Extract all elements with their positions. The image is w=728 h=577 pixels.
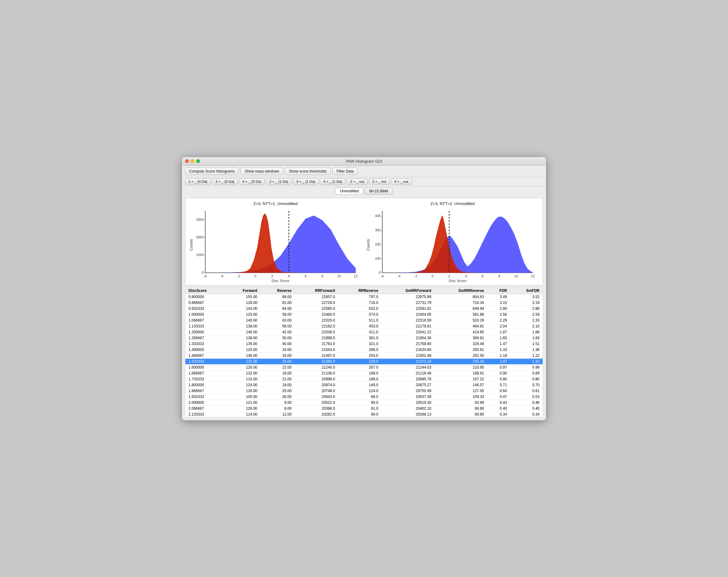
table-cell: 121.00: [226, 400, 261, 405]
table-cell: 1.36: [510, 347, 543, 353]
tab-2-1da[interactable]: 2 + _ {1 Da}: [266, 178, 292, 185]
table-cell: 2.59: [510, 311, 543, 317]
maximize-button[interactable]: [196, 159, 200, 163]
table-cell: 40.00: [260, 341, 295, 347]
table-row[interactable]: 1.733333110.0021.0020998.0168.020995.761…: [185, 376, 543, 382]
table-cell: 804.63: [434, 294, 487, 300]
table-cell: 69.80: [434, 411, 487, 417]
svg-text:0: 0: [379, 271, 381, 274]
svg-text:Disc Score: Disc Score: [449, 279, 466, 282]
table-cell: 1.000000: [185, 311, 226, 317]
table-row[interactable]: 0.800000155.0089.0022857.0797.022875.898…: [185, 294, 543, 300]
tab-4-out[interactable]: 4 + _ out: [391, 178, 412, 185]
table-cell: 21634.80: [381, 347, 434, 353]
show-score-thresholds-button[interactable]: Show score thresholds: [285, 168, 331, 175]
table-row[interactable]: 0.866667128.0081.0022729.0716.022731.797…: [185, 300, 543, 305]
close-button[interactable]: [185, 159, 189, 163]
compute-score-histograms-button[interactable]: Compute Score Histograms: [185, 168, 239, 175]
data-table: DiscScore Forward Reverse RRForward RRRe…: [185, 287, 543, 417]
tab-3-out[interactable]: 3 + _ out: [369, 178, 390, 185]
table-cell: 22036.0: [295, 329, 338, 335]
table-cell: 1.51: [510, 341, 543, 347]
col-header-smfdr: SmFDR: [510, 287, 543, 294]
table-cell: 21240.0: [295, 364, 338, 370]
table-row[interactable]: 1.400000120.0033.0021643.0288.021634.802…: [185, 347, 543, 353]
table-cell: 724.34: [434, 300, 487, 305]
table-cell: 19.00: [260, 382, 295, 388]
tab-3-1da[interactable]: 3 + _ {1 Da}: [293, 178, 318, 185]
mod-tab-m15[interactable]: M+15.9949: [365, 188, 392, 194]
table-row[interactable]: 1.533333131.0025.0021366.0229.021372.162…: [185, 358, 543, 364]
chart-ntt1: Z=3, NTT=1, Unmodified Counts 0 1000 200…: [188, 201, 362, 282]
tab-4-1da[interactable]: 4 + _ {1 Da}: [320, 178, 345, 185]
table-cell: 188.61: [434, 370, 487, 376]
table-row[interactable]: 1.266667138.0050.0021898.0361.021904.363…: [185, 335, 543, 341]
table-row[interactable]: 1.800000124.0019.0020874.0149.020875.271…: [185, 382, 543, 388]
tab-4-0da[interactable]: 4 + _ {0 Da}: [239, 178, 265, 185]
table-row[interactable]: 1.933333105.0026.0020643.098.020637.3910…: [185, 394, 543, 400]
table-cell: 20396.0: [295, 405, 338, 411]
table-cell: 18.00: [260, 370, 295, 376]
table-cell: 21904.36: [381, 335, 434, 341]
table-cell: 288.0: [338, 347, 381, 353]
table-cell: 0.34: [487, 411, 510, 417]
svg-text:Disc Score: Disc Score: [272, 279, 289, 282]
data-table-container[interactable]: DiscScore Forward Reverse RRForward RRRe…: [185, 287, 543, 417]
table-cell: 2.066667: [185, 405, 226, 411]
table-row[interactable]: 2.066667126.008.0020396.081.020402.1080.…: [185, 405, 543, 411]
table-row[interactable]: 1.466667146.0034.0021497.0254.021502.482…: [185, 353, 543, 358]
table-cell: 0.40: [487, 405, 510, 411]
tab-2-0da[interactable]: 2 + _ {0 Da}: [185, 178, 211, 185]
table-cell: 2.33: [510, 317, 543, 323]
table-cell: 0.46: [510, 400, 543, 405]
svg-marker-50: [409, 215, 476, 273]
table-row[interactable]: 1.066667140.0063.0022320.0511.022316.595…: [185, 317, 543, 323]
table-cell: 22460.0: [295, 311, 338, 317]
show-mass-windows-button[interactable]: Show mass windows: [240, 168, 283, 175]
svg-text:8: 8: [498, 275, 500, 278]
table-cell: 8.00: [260, 405, 295, 411]
table-cell: 140.00: [226, 317, 261, 323]
table-cell: 132.00: [226, 370, 261, 376]
table-cell: 58.00: [260, 323, 295, 329]
col-header-rrforward: RRForward: [295, 287, 338, 294]
table-row[interactable]: 1.866667126.0025.0020748.0124.020755.991…: [185, 388, 543, 394]
table-row[interactable]: 1.200000146.0042.0022036.0411.022041.224…: [185, 329, 543, 335]
table-cell: 20874.0: [295, 382, 338, 388]
table-row[interactable]: 1.133333138.0058.0022182.0453.022178.814…: [185, 323, 543, 329]
tab-3-0da[interactable]: 3 + _ {0 Da}: [212, 178, 238, 185]
table-cell: 21898.0: [295, 335, 338, 341]
table-row[interactable]: 2.133333114.0012.0020282.069.020286.1369…: [185, 411, 543, 417]
table-cell: 20522.0: [295, 400, 338, 405]
table-cell: 127.05: [434, 388, 487, 394]
table-cell: 105.00: [226, 394, 261, 400]
table-cell: 146.00: [226, 353, 261, 358]
table-row[interactable]: 1.600000126.0022.0021240.0207.021244.032…: [185, 364, 543, 370]
col-header-discscore: DiscScore: [185, 287, 226, 294]
table-row[interactable]: 1.333333135.0040.0021763.0321.021768.803…: [185, 341, 543, 347]
table-cell: 63.00: [260, 317, 295, 323]
table-cell: 124.00: [226, 382, 261, 388]
table-row[interactable]: 1.000000125.0058.0022460.0574.022454.055…: [185, 311, 543, 317]
table-cell: 22.00: [260, 364, 295, 370]
table-row[interactable]: 1.666667132.0018.0021108.0189.021118.461…: [185, 370, 543, 376]
tab-2-out[interactable]: 2 + _ out: [347, 178, 367, 185]
svg-text:2: 2: [271, 275, 273, 278]
chart-ntt2-title: Z=3, NTT=2, Unmodified: [366, 201, 540, 206]
mod-tab-unmodified[interactable]: Unmodified: [335, 188, 363, 194]
table-row[interactable]: 2.000000121.009.0020522.089.020519.3093.…: [185, 400, 543, 405]
table-cell: 0.97: [487, 364, 510, 370]
table-cell: 1.800000: [185, 382, 226, 388]
charts-area: Z=3, NTT=1, Unmodified Counts 0 1000 200…: [185, 198, 543, 285]
table-row[interactable]: 0.933333144.0084.0022585.0632.022591.816…: [185, 305, 543, 311]
table-cell: 22041.22: [381, 329, 434, 335]
charge-tabs-row: 2 + _ {0 Da} 3 + _ {0 Da} 4 + _ {0 Da} 2…: [182, 177, 546, 186]
table-cell: 21768.80: [381, 341, 434, 347]
table-cell: 149.0: [338, 382, 381, 388]
filter-data-button[interactable]: Filter Data: [332, 168, 358, 175]
table-cell: 1.933333: [185, 394, 226, 400]
minimize-button[interactable]: [191, 159, 194, 163]
table-cell: 50.00: [260, 335, 295, 341]
svg-text:10: 10: [514, 275, 518, 278]
table-cell: 0.99: [510, 364, 543, 370]
